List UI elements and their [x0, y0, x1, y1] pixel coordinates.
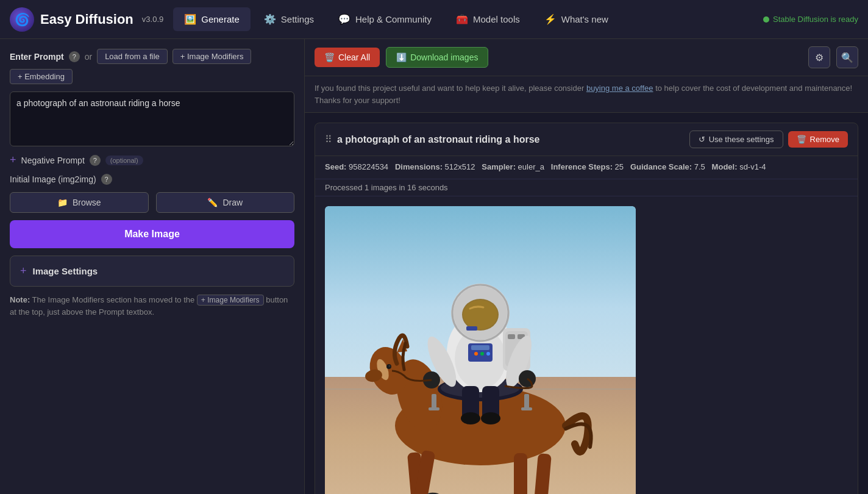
filter-button[interactable]: ⚙ [808, 46, 830, 68]
model-tools-icon: 🧰 [456, 13, 468, 25]
svg-rect-39 [466, 326, 477, 331]
svg-rect-21 [429, 407, 439, 410]
use-settings-icon: ↺ [699, 135, 705, 144]
brand: 🌀 Easy Diffusion v3.0.9 [10, 7, 163, 32]
search-button[interactable]: 🔍 [836, 46, 858, 68]
remove-button[interactable]: 🗑️ Remove [788, 131, 848, 148]
generate-nav-button[interactable]: 🖼️ Generate [173, 7, 251, 31]
negative-plus-icon: + [10, 154, 16, 166]
image-settings-plus-icon: + [20, 265, 27, 277]
svg-point-47 [481, 412, 500, 424]
clear-label: Clear All [338, 52, 370, 62]
download-images-button[interactable]: ⬇️ Download images [386, 47, 488, 68]
note-text: The Image Modifiers section has moved to… [32, 295, 197, 304]
download-label: Download images [410, 52, 478, 62]
guidance-value: 7.5 [694, 162, 705, 171]
settings-nav-button[interactable]: ⚙️ Settings [253, 7, 325, 31]
info-text: If you found this project useful and wan… [315, 84, 584, 93]
initial-image-help-icon[interactable]: ? [101, 174, 112, 185]
settings-nav-label: Settings [281, 14, 314, 24]
result-images: a photograph of an astronaut riding a ho… [315, 196, 858, 494]
dimensions-label: Dimensions: [395, 162, 443, 171]
embedding-button[interactable]: + Embedding [10, 69, 73, 84]
negative-help-icon[interactable]: ? [90, 155, 101, 166]
svg-point-29 [486, 352, 490, 356]
results-area: ⠿ a photograph of an astronaut riding a … [305, 113, 868, 494]
prompt-textarea[interactable]: a photograph of an astronaut riding a ho… [10, 91, 294, 146]
generate-nav-label: Generate [201, 14, 240, 24]
browse-icon: 📁 [57, 198, 68, 207]
svg-point-8 [389, 365, 391, 367]
remove-icon: 🗑️ [797, 135, 806, 144]
coffee-link[interactable]: buying me a coffee [586, 84, 653, 93]
right-panel: 🗑️ Clear All ⬇️ Download images ⚙ 🔍 If y… [305, 39, 868, 494]
filter-icon: ⚙ [815, 52, 824, 63]
note-bold: Note: [10, 295, 30, 304]
navbar: 🌀 Easy Diffusion v3.0.9 🖼️ Generate ⚙️ S… [0, 0, 868, 39]
browse-button[interactable]: 📁 Browse [10, 192, 149, 213]
status-text: Stable Diffusion is ready [773, 15, 858, 24]
clear-all-button[interactable]: 🗑️ Clear All [315, 48, 380, 67]
generated-image[interactable]: a photograph of an astronaut riding a ho… [325, 206, 636, 494]
svg-point-28 [480, 352, 484, 356]
image-settings-label: Image Settings [33, 266, 98, 276]
result-meta: Seed: 958224534 Dimensions: 512x512 Samp… [315, 156, 858, 179]
svg-point-14 [426, 492, 443, 494]
negative-prompt-label: Negative Prompt [21, 156, 85, 165]
processed-text: Processed 1 images in 16 seconds [325, 183, 448, 192]
inference-label: Inference Steps: [551, 162, 613, 171]
generate-icon: 🖼️ [184, 13, 196, 25]
result-header: ⠿ a photograph of an astronaut riding a … [315, 123, 858, 156]
help-nav-label: Help & Community [355, 14, 432, 24]
browse-label: Browse [73, 198, 101, 207]
download-icon: ⬇️ [396, 52, 407, 62]
image-settings-section[interactable]: + Image Settings [10, 256, 294, 287]
svg-rect-26 [471, 345, 489, 350]
initial-image-label: Initial Image (img2img) [10, 174, 96, 184]
brand-title: Easy Diffusion [40, 12, 133, 27]
model-value: sd-v1-4 [739, 162, 766, 171]
status-dot [763, 16, 769, 23]
dimensions-value: 512x512 [445, 162, 475, 171]
status-indicator: Stable Diffusion is ready [763, 15, 858, 24]
use-settings-label: Use these settings [709, 135, 774, 144]
result-card: ⠿ a photograph of an astronaut riding a … [315, 123, 858, 494]
draw-button[interactable]: ✏️ Draw [156, 192, 295, 213]
negative-prompt-row[interactable]: + Negative Prompt ? (optional) [10, 154, 294, 166]
load-from-file-button[interactable]: Load from a file [97, 49, 168, 64]
info-banner: If you found this project useful and wan… [305, 76, 868, 113]
whats-new-icon: ⚡ [544, 13, 557, 25]
draw-label: Draw [222, 198, 243, 207]
result-processed: Processed 1 images in 16 seconds [315, 179, 858, 196]
prompt-header: Enter Prompt ? or Load from a file + Ima… [10, 49, 294, 84]
remove-label: Remove [810, 135, 839, 144]
model-tools-nav-button[interactable]: 🧰 Model tools [445, 7, 531, 31]
image-settings-header: + Image Settings [20, 265, 284, 277]
right-toolbar: 🗑️ Clear All ⬇️ Download images ⚙ 🔍 [305, 39, 868, 76]
note-section: Note: The Image Modifiers section has mo… [10, 294, 294, 318]
sampler-value: euler_a [518, 162, 544, 171]
use-settings-button[interactable]: ↺ Use these settings [689, 131, 783, 148]
astro-image-container: a photograph of an astronaut riding a ho… [325, 206, 636, 494]
svg-point-27 [474, 352, 478, 356]
or-text: or [85, 52, 92, 62]
note-tag: + Image Modifiers [197, 295, 264, 306]
make-image-button[interactable]: Make Image [10, 220, 294, 248]
whats-new-nav-button[interactable]: ⚡ What's new [533, 7, 619, 31]
initial-image-row: Initial Image (img2img) ? [10, 174, 294, 185]
help-icon: 💬 [338, 13, 350, 25]
search-icon: 🔍 [841, 52, 853, 63]
whats-new-nav-label: What's new [561, 14, 608, 24]
draw-icon: ✏️ [207, 198, 218, 207]
seed-label: Seed: [325, 162, 346, 171]
svg-rect-22 [521, 407, 532, 410]
image-modifiers-button[interactable]: + Image Modifiers [173, 49, 252, 64]
svg-rect-32 [508, 334, 515, 339]
help-nav-button[interactable]: 💬 Help & Community [327, 7, 443, 31]
grid-icon: ⠿ [325, 134, 332, 145]
svg-rect-20 [524, 394, 529, 409]
prompt-help-icon[interactable]: ? [69, 51, 80, 62]
left-panel: Enter Prompt ? or Load from a file + Ima… [0, 39, 305, 494]
seed-value: 958224534 [349, 162, 388, 171]
astro-horse-svg [325, 206, 636, 494]
